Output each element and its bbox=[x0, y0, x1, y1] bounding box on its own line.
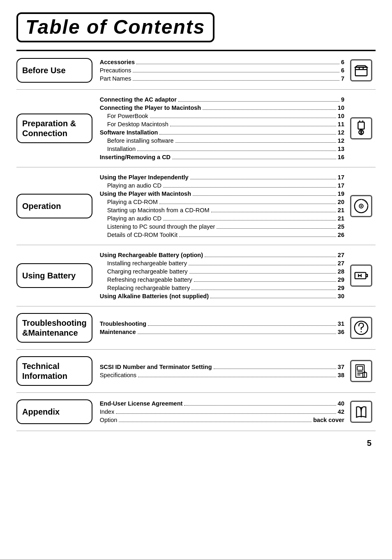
entry-page: 21 bbox=[338, 215, 344, 222]
entry-item: Charging rechargeable battery28 bbox=[100, 267, 344, 276]
entry-item: For PowerBook10 bbox=[100, 112, 344, 120]
entry-dots bbox=[172, 159, 336, 159]
section-cell-operation: Operation bbox=[16, 167, 97, 245]
entry-page: 29 bbox=[338, 276, 344, 283]
entry-text: For PowerBook bbox=[100, 113, 148, 119]
entry-item: Using the Player with Macintosh19 bbox=[100, 190, 344, 198]
entries-cell-preparation-connection: Connecting the AC adaptor9Connecting the… bbox=[97, 90, 348, 167]
icon-cell-operation bbox=[348, 167, 376, 245]
entry-page: 38 bbox=[338, 372, 344, 378]
book-icon bbox=[350, 401, 372, 423]
svg-point-8 bbox=[361, 331, 362, 332]
toc-table: Before UseAccessories6Precautions6Part N… bbox=[16, 51, 376, 431]
toc-row-troubleshooting: Troubleshooting &MaintenanceTroubleshoot… bbox=[16, 306, 376, 350]
entry-dots bbox=[191, 290, 336, 290]
section-box-using-battery: Using Battery bbox=[16, 263, 92, 288]
entry-dots bbox=[184, 405, 336, 406]
entry-item: Refreshing rechargeable battery29 bbox=[100, 276, 344, 284]
box-icon bbox=[350, 59, 372, 81]
entry-text: SCSI ID Number and Terminator Setting bbox=[100, 364, 212, 370]
entry-text: Replacing rechargeable battery bbox=[100, 285, 190, 291]
entry-text: Charging rechargeable battery bbox=[100, 268, 188, 275]
entry-dots bbox=[163, 187, 336, 188]
entry-text: Using Rechargeable Battery (option) bbox=[100, 252, 203, 258]
entry-dots bbox=[136, 64, 339, 64]
entry-text: Part Names bbox=[100, 75, 131, 82]
entry-page: 9 bbox=[341, 96, 344, 103]
entry-item: Troubleshooting31 bbox=[100, 320, 344, 328]
entry-page: 29 bbox=[338, 285, 344, 291]
entry-text: Refreshing rechargeable battery bbox=[100, 276, 192, 283]
entry-page: 10 bbox=[338, 113, 344, 119]
entry-page: 6 bbox=[341, 59, 344, 65]
entry-page: 40 bbox=[338, 400, 344, 407]
entry-text: Specifications bbox=[100, 372, 136, 378]
icon-cell-troubleshooting bbox=[348, 306, 376, 350]
entry-text: Playing an audio CD bbox=[100, 182, 161, 189]
entries-cell-appendix: End-User License Agreement40Index42Optio… bbox=[97, 393, 348, 431]
entry-dots bbox=[194, 281, 336, 282]
entry-item: Using Rechargeable Battery (option)27 bbox=[100, 251, 344, 259]
entry-page: 6 bbox=[341, 67, 344, 74]
icon-cell-preparation-connection bbox=[348, 90, 376, 167]
entry-dots bbox=[203, 109, 336, 110]
entry-item: Optionback cover bbox=[100, 416, 344, 424]
entry-dots bbox=[138, 377, 336, 377]
entry-dots bbox=[150, 118, 336, 118]
entry-item: Installation13 bbox=[100, 145, 344, 153]
toc-row-using-battery: Using BatteryUsing Rechargeable Battery … bbox=[16, 245, 376, 306]
entry-page: 37 bbox=[338, 364, 344, 370]
entries-cell-using-battery: Using Rechargeable Battery (option)27Ins… bbox=[97, 245, 348, 306]
section-box-troubleshooting: Troubleshooting &Maintenance bbox=[16, 313, 92, 343]
page-number: 5 bbox=[367, 438, 371, 448]
entry-item: Software Installation12 bbox=[100, 128, 344, 137]
entry-text: Listening to PC sound through the player bbox=[100, 223, 215, 230]
battery-icon bbox=[350, 264, 372, 287]
page-number-footer: 5 bbox=[16, 438, 376, 448]
entry-page: 13 bbox=[338, 146, 344, 152]
section-cell-troubleshooting: Troubleshooting &Maintenance bbox=[16, 306, 97, 350]
entry-page: 7 bbox=[341, 75, 344, 82]
entry-dots bbox=[189, 265, 336, 265]
entry-page: 25 bbox=[338, 223, 344, 230]
section-cell-appendix: Appendix bbox=[16, 393, 97, 431]
entry-text: Starting up Macintosh from a CD-ROM bbox=[100, 207, 210, 213]
section-cell-preparation-connection: Preparation & Connection bbox=[16, 90, 97, 167]
entry-item: Playing an audio CD17 bbox=[100, 181, 344, 190]
entries-cell-technical-information: SCSI ID Number and Terminator Setting37S… bbox=[97, 350, 348, 393]
entry-dots bbox=[175, 142, 336, 143]
section-cell-using-battery: Using Battery bbox=[16, 245, 97, 306]
entry-item: For Desktop Macintosh11 bbox=[100, 120, 344, 128]
entry-text: Before installing software bbox=[100, 137, 174, 144]
entries-cell-operation: Using the Player Independently17Playing … bbox=[97, 167, 348, 245]
section-cell-technical-information: Technical Information bbox=[16, 350, 97, 393]
entry-text: Inserting/Removing a CD bbox=[100, 154, 171, 160]
entry-item: Inserting/Removing a CD16 bbox=[100, 153, 344, 161]
entry-item: Using the Player Independently17 bbox=[100, 173, 344, 181]
entry-page: 36 bbox=[338, 329, 344, 335]
entry-text: Precautions bbox=[100, 67, 131, 74]
entry-text: Installation bbox=[100, 146, 136, 152]
icon-cell-using-battery bbox=[348, 245, 376, 306]
page-title: Table of Contents bbox=[16, 12, 214, 42]
entry-item: Connecting the AC adaptor9 bbox=[100, 95, 344, 104]
entry-page: 31 bbox=[338, 320, 344, 327]
entry-dots bbox=[205, 257, 336, 257]
cd-icon bbox=[350, 195, 372, 217]
entry-page: 30 bbox=[338, 293, 344, 299]
entry-item: Before installing software12 bbox=[100, 137, 344, 145]
entry-text: Index bbox=[100, 408, 114, 415]
entry-item: Precautions6 bbox=[100, 66, 344, 74]
entry-text: Software Installation bbox=[100, 129, 158, 136]
entry-page: 27 bbox=[338, 260, 344, 267]
entry-item: Details of CD-ROM ToolKit26 bbox=[100, 231, 344, 239]
plug-icon bbox=[350, 117, 372, 139]
entry-item: Index42 bbox=[100, 408, 344, 416]
entry-dots bbox=[211, 212, 336, 212]
entry-dots bbox=[179, 237, 336, 237]
entry-dots bbox=[193, 195, 336, 196]
entry-page: 27 bbox=[338, 252, 344, 258]
icon-cell-technical-information bbox=[348, 350, 376, 393]
page-header: Table of Contents bbox=[16, 12, 376, 42]
toc-row-operation: OperationUsing the Player Independently1… bbox=[16, 167, 376, 245]
